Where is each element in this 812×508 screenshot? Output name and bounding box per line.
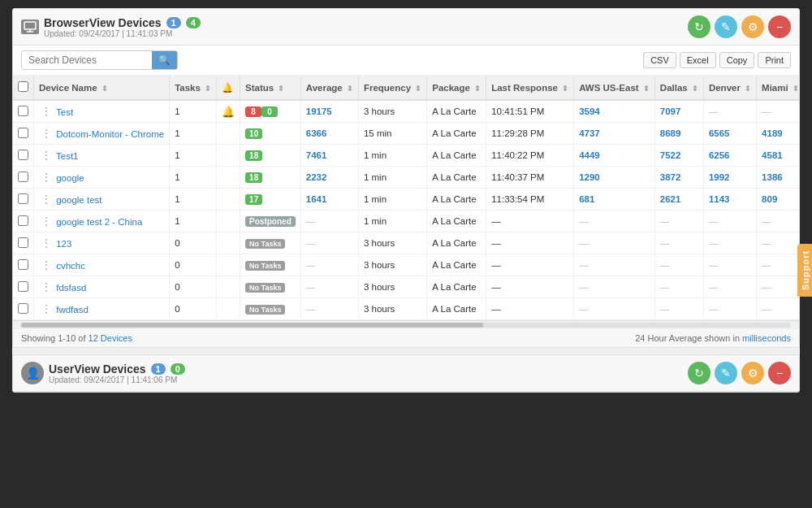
row-menu-icon[interactable]: ⋮	[39, 149, 54, 162]
tasks-cell: 1	[170, 211, 217, 232]
average-dash: —	[306, 304, 316, 314]
col-last-response[interactable]: Last Response ⇕	[486, 76, 574, 100]
row-select-checkbox[interactable]	[18, 106, 28, 116]
row-select-checkbox[interactable]	[18, 193, 28, 204]
refresh-button[interactable]: ↻	[688, 15, 710, 38]
row-checkbox	[13, 211, 34, 232]
search-button[interactable]: 🔍	[152, 51, 177, 69]
device-name-cell: ⋮ google test 2 - China	[34, 211, 170, 232]
device-name-link[interactable]: 123	[56, 239, 71, 249]
col-dallas[interactable]: Dallas ⇕	[654, 76, 703, 100]
row-menu-icon[interactable]: ⋮	[39, 280, 54, 293]
aws-cell: 4737	[574, 123, 655, 145]
average-cell: 1641	[300, 189, 358, 211]
bell-cell	[217, 276, 240, 298]
row-select-checkbox[interactable]	[18, 237, 28, 248]
csv-button[interactable]: CSV	[643, 52, 676, 68]
monitor-icon	[21, 20, 39, 34]
aws-value: 4449	[579, 150, 600, 160]
excel-button[interactable]: Excel	[680, 52, 716, 68]
frequency-cell: 1 min	[358, 211, 426, 232]
col-package[interactable]: Package ⇕	[427, 76, 486, 100]
bell-cell	[217, 232, 240, 254]
badge-alerts: 1	[166, 17, 181, 28]
dallas-dash: —	[660, 282, 670, 292]
row-select-checkbox[interactable]	[18, 303, 28, 314]
row-menu-icon[interactable]: ⋮	[39, 215, 54, 228]
userview-settings-button[interactable]: ⚙	[741, 362, 764, 384]
row-menu-icon[interactable]: ⋮	[39, 193, 54, 206]
no-tasks-button[interactable]: No Tasks	[245, 283, 285, 293]
col-miami[interactable]: Miami ⇕	[757, 76, 799, 100]
devices-table-wrapper: Device Name ⇕ Tasks ⇕ 🔔 Status ⇕ Average…	[13, 76, 799, 320]
row-menu-icon[interactable]: ⋮	[39, 105, 54, 118]
denver-cell: —	[703, 276, 756, 298]
row-menu-icon[interactable]: ⋮	[39, 258, 54, 271]
row-select-checkbox[interactable]	[18, 150, 28, 160]
table-row: ⋮ Test 1🔔80191753 hoursA La Carte10:41:5…	[13, 100, 799, 123]
row-menu-icon[interactable]: ⋮	[39, 302, 54, 315]
device-name-link[interactable]: Dotcom-Monitor - Chrome	[56, 129, 164, 139]
last-response-cell: —	[486, 211, 574, 232]
tasks-cell: 1	[170, 189, 217, 211]
print-button[interactable]: Print	[758, 52, 791, 68]
col-frequency[interactable]: Frequency ⇕	[358, 76, 426, 100]
userview-remove-button[interactable]: −	[768, 362, 791, 384]
copy-button[interactable]: Copy	[719, 52, 755, 68]
col-denver[interactable]: Denver ⇕	[703, 76, 756, 100]
miami-dash: —	[762, 282, 771, 292]
frequency-cell: 3 hours	[358, 232, 426, 254]
row-menu-icon[interactable]: ⋮	[39, 127, 54, 140]
aws-cell: —	[574, 276, 655, 298]
frequency-cell: 3 hours	[358, 276, 426, 298]
row-select-checkbox[interactable]	[18, 215, 28, 226]
row-select-checkbox[interactable]	[18, 259, 28, 270]
device-name-link[interactable]: google test	[56, 195, 102, 205]
no-tasks-button[interactable]: No Tasks	[245, 261, 285, 271]
row-checkbox	[13, 232, 34, 254]
device-name-link[interactable]: google	[56, 173, 84, 183]
select-all-checkbox[interactable]	[18, 81, 28, 92]
no-tasks-button[interactable]: No Tasks	[245, 305, 285, 315]
aws-cell: —	[574, 254, 655, 276]
col-average[interactable]: Average ⇕	[300, 76, 358, 100]
device-name-link[interactable]: fwdfasd	[56, 305, 89, 315]
col-aws[interactable]: AWS US-East ⇕	[574, 76, 655, 100]
device-name-link[interactable]: Test	[56, 107, 73, 117]
device-name-link[interactable]: fdsfasd	[56, 283, 86, 293]
last-response-cell: —	[486, 276, 574, 298]
dallas-value: 7097	[660, 106, 681, 116]
denver-dash: —	[709, 238, 719, 248]
device-name-link[interactable]: Test1	[56, 151, 79, 161]
denver-cell: —	[703, 254, 756, 276]
devices-link[interactable]: 12 Devices	[89, 333, 132, 343]
col-status[interactable]: Status ⇕	[240, 76, 301, 100]
table-row: ⋮ google test 2 - China 1Postponed—1 min…	[13, 211, 799, 232]
row-menu-icon[interactable]: ⋮	[39, 237, 54, 250]
row-select-checkbox[interactable]	[18, 128, 28, 138]
scrollbar-thumb[interactable]	[21, 323, 483, 328]
milliseconds-link[interactable]: milliseconds	[742, 333, 791, 343]
horizontal-scrollbar[interactable]	[13, 320, 799, 328]
showing-text: Showing 1-10 of 12 Devices	[21, 333, 132, 343]
settings-button[interactable]: ⚙	[741, 15, 764, 38]
search-input[interactable]	[22, 51, 152, 69]
edit-button[interactable]: ✎	[715, 15, 737, 38]
device-name-link[interactable]: google test 2 - China	[56, 217, 142, 227]
average-cell: —	[300, 211, 358, 232]
support-tab[interactable]: Support	[797, 244, 812, 297]
col-device-name[interactable]: Device Name ⇕	[34, 76, 170, 100]
row-select-checkbox[interactable]	[18, 281, 28, 292]
userview-refresh-button[interactable]: ↻	[688, 362, 710, 384]
row-menu-icon[interactable]: ⋮	[39, 171, 54, 184]
device-name-link[interactable]: cvhchc	[56, 261, 85, 271]
userview-edit-button[interactable]: ✎	[715, 362, 737, 384]
row-select-checkbox[interactable]	[18, 172, 28, 182]
select-all-col[interactable]	[13, 76, 34, 100]
scrollbar-track[interactable]	[21, 323, 791, 328]
remove-button[interactable]: −	[768, 15, 791, 38]
no-tasks-button[interactable]: No Tasks	[245, 239, 285, 249]
dallas-cell: —	[654, 276, 703, 298]
table-row: ⋮ Dotcom-Monitor - Chrome 110636615 minA…	[13, 123, 799, 145]
col-tasks[interactable]: Tasks ⇕	[170, 76, 217, 100]
